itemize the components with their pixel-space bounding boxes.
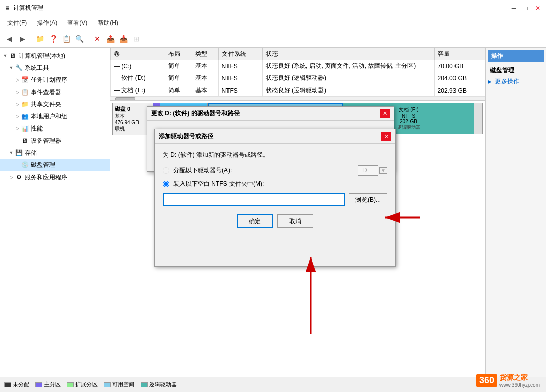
- cell-type: 基本: [192, 84, 218, 97]
- col-filesystem: 文件系统: [218, 48, 262, 60]
- disk-mgmt-icon: 💿: [20, 160, 29, 169]
- services-icon: ⚙: [14, 172, 23, 182]
- browse-button[interactable]: 浏览(B)...: [349, 193, 387, 206]
- minimize-button[interactable]: ─: [510, 4, 518, 12]
- partition-unalloc[interactable]: [474, 103, 483, 134]
- cell-layout: 简单: [165, 72, 192, 84]
- menu-bar: 文件(F) 操作(A) 查看(V) 帮助(H): [0, 16, 546, 30]
- more-actions-label[interactable]: 更多操作: [493, 76, 521, 88]
- back-button[interactable]: ◀: [3, 33, 15, 45]
- folder-button[interactable]: 📁: [34, 33, 46, 45]
- delete-button[interactable]: ✕: [91, 33, 103, 45]
- cell-layout: 简单: [165, 60, 192, 72]
- path-input[interactable]: [163, 193, 345, 206]
- partition-fs: NTFS: [402, 113, 415, 119]
- outer-dialog-titlebar: 更改 D: (软件) 的驱动器号和路径 ✕: [147, 107, 394, 121]
- col-type: 类型: [192, 48, 218, 60]
- legend-label-extended: 扩展分区: [75, 381, 98, 388]
- sidebar-item-storage[interactable]: ▼ 💾 存储: [0, 147, 110, 159]
- menu-action[interactable]: 操作(A): [33, 17, 61, 29]
- more-actions-arrow: ▶: [488, 79, 492, 84]
- shared-toggle[interactable]: ▷: [14, 102, 20, 107]
- cell-capacity: 204.00 GB: [434, 72, 485, 84]
- cell-volume: — 文档 (E:): [111, 84, 165, 97]
- sidebar-item-device-manager[interactable]: 🖥 设备管理器: [0, 135, 110, 147]
- legend-unalloc: 未分配: [4, 381, 29, 388]
- h-scroll-thumb[interactable]: [115, 97, 135, 100]
- task-icon: 📅: [20, 75, 29, 84]
- menu-help[interactable]: 帮助(H): [94, 17, 122, 29]
- radio-mount-folder[interactable]: [163, 181, 169, 187]
- radio-mount-label: 装入以下空白 NTFS 文件夹中(M):: [173, 180, 264, 188]
- storage-toggle[interactable]: ▼: [8, 150, 14, 155]
- inner-cancel-button[interactable]: 取消: [277, 214, 313, 228]
- sidebar: ▼ 🖥 计算机管理(本地) ▼ 🔧 系统工具 ▷ 📅 任务计划程序 ▷ 📋 事件…: [0, 48, 110, 377]
- import-button[interactable]: 📥: [117, 33, 129, 45]
- drive-letter-display: D: [358, 165, 378, 176]
- close-button[interactable]: ✕: [534, 4, 542, 12]
- menu-file[interactable]: 文件(F): [3, 17, 31, 29]
- forward-button[interactable]: ▶: [16, 33, 28, 45]
- sidebar-device-label: 设备管理器: [31, 137, 61, 145]
- inner-dialog-close[interactable]: ✕: [381, 132, 391, 141]
- perf-icon: 📊: [20, 124, 29, 133]
- legend-extended: 扩展分区: [67, 381, 98, 388]
- users-toggle[interactable]: ▷: [14, 114, 20, 119]
- table-row[interactable]: — 软件 (D:) 简单 基本 NTFS 状态良好 (逻辑驱动器) 204.00…: [111, 72, 485, 84]
- perf-toggle[interactable]: ▷: [14, 126, 20, 131]
- properties-button[interactable]: ⊞: [130, 33, 143, 45]
- h-scrollbar[interactable]: [110, 97, 485, 101]
- legend-label-free: 可用空间: [112, 381, 134, 388]
- col-volume: 卷: [111, 48, 165, 60]
- shared-icon: 📁: [20, 100, 29, 109]
- root-toggle[interactable]: ▼: [2, 53, 8, 58]
- sidebar-shared-label: 共享文件夹: [31, 100, 61, 109]
- radio-drive-letter[interactable]: [163, 167, 169, 174]
- sidebar-item-disk-mgmt[interactable]: 💿 磁盘管理: [0, 159, 110, 171]
- legend-label-primary: 主分区: [44, 381, 61, 388]
- export-button[interactable]: 📤: [104, 33, 116, 45]
- inner-confirm-button[interactable]: 确定: [237, 214, 273, 228]
- legend-color-extended: [67, 382, 74, 387]
- table-row[interactable]: — 文档 (E:) 简单 基本 NTFS 状态良好 (逻辑驱动器) 202.93…: [111, 84, 485, 97]
- search-button[interactable]: 🔍: [73, 33, 85, 45]
- cell-volume: — (C:): [111, 60, 165, 72]
- sidebar-item-services[interactable]: ▷ ⚙ 服务和应用程序: [0, 171, 110, 183]
- cell-fs: NTFS: [218, 84, 262, 97]
- right-panel-more-actions[interactable]: ▶ 更多操作: [488, 76, 544, 88]
- inner-dialog-desc: 为 D: (软件) 添加新的驱动器号或路径。: [163, 151, 387, 159]
- title-bar-controls: ─ □ ✕: [510, 4, 542, 12]
- event-viewer-toggle[interactable]: ▷: [14, 90, 20, 95]
- users-icon: 👥: [20, 112, 29, 121]
- sidebar-item-shared-folders[interactable]: ▷ 📁 共享文件夹: [0, 98, 110, 110]
- outer-dialog-close[interactable]: ✕: [380, 109, 390, 118]
- cell-status: 状态良好 (系统, 启动, 页面文件, 活动, 故障转储, 主分区): [262, 60, 434, 72]
- legend-primary: 主分区: [35, 381, 61, 388]
- system-tools-toggle[interactable]: ▼: [8, 65, 14, 70]
- maximize-button[interactable]: □: [522, 4, 530, 12]
- sidebar-item-event-viewer[interactable]: ▷ 📋 事件查看器: [0, 86, 110, 98]
- drive-letter-select-wrapper: D ▼: [358, 165, 387, 176]
- clipboard-button[interactable]: 📋: [60, 33, 72, 45]
- menu-view[interactable]: 查看(V): [63, 17, 92, 29]
- system-tools-icon: 🔧: [14, 63, 23, 72]
- drive-letter-dropdown[interactable]: ▼: [379, 167, 387, 174]
- cell-status: 状态良好 (逻辑驱动器): [262, 72, 434, 84]
- sidebar-item-performance[interactable]: ▷ 📊 性能: [0, 122, 110, 135]
- task-scheduler-toggle[interactable]: ▷: [14, 77, 20, 82]
- sidebar-perf-label: 性能: [31, 124, 43, 133]
- sidebar-item-task-scheduler[interactable]: ▷ 📅 任务计划程序: [0, 74, 110, 86]
- services-toggle[interactable]: ▷: [8, 175, 14, 180]
- legend-label-logical: 逻辑驱动器: [149, 381, 177, 388]
- sidebar-item-local-users[interactable]: ▷ 👥 本地用户和组: [0, 110, 110, 122]
- help-button[interactable]: ❓: [47, 33, 59, 45]
- sidebar-task-label: 任务计划程序: [31, 76, 67, 84]
- cell-capacity: 202.93 GB: [434, 84, 485, 97]
- watermark-badge: 360: [476, 374, 497, 387]
- table-row[interactable]: — (C:) 简单 基本 NTFS 状态良好 (系统, 启动, 页面文件, 活动…: [111, 60, 485, 72]
- cell-fs: NTFS: [218, 60, 262, 72]
- sidebar-root[interactable]: ▼ 🖥 计算机管理(本地): [0, 50, 110, 62]
- cell-type: 基本: [192, 60, 218, 72]
- sidebar-storage-label: 存储: [25, 149, 37, 157]
- sidebar-item-system-tools[interactable]: ▼ 🔧 系统工具: [0, 62, 110, 74]
